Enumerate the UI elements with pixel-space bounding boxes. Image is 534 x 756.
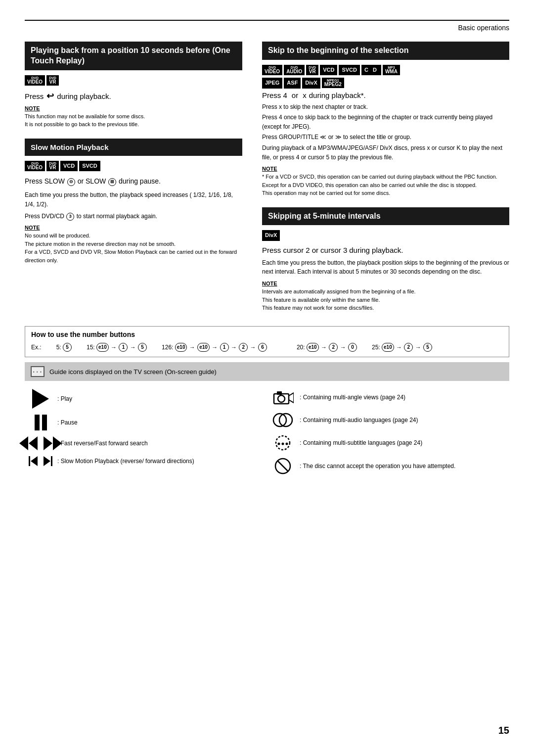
badge-mpeg-skip: MPEG1MPEG2 bbox=[322, 78, 344, 88]
play-icon-row: : Play bbox=[25, 386, 267, 412]
replay-section: Playing back from a position 10 seconds … bbox=[25, 42, 242, 129]
subtitle-label: : Containing multi-subtitle languages (p… bbox=[300, 439, 422, 447]
example-5: 5: 5 bbox=[56, 342, 72, 353]
skip-desc-3: Press GROUP/TITLE ≪ or ≫ to select the t… bbox=[262, 133, 509, 142]
subtitle-icon-shape bbox=[272, 434, 294, 451]
num-5-c: 5 bbox=[423, 343, 432, 352]
slow-icon-shape bbox=[30, 456, 51, 466]
slow-note-title: NOTE bbox=[25, 225, 242, 231]
replay-symbol: ↩ bbox=[46, 91, 54, 101]
basic-operations-title: Basic operations bbox=[25, 24, 509, 32]
camera-svg bbox=[272, 389, 294, 406]
replay-note-title: NOTE bbox=[25, 105, 242, 111]
badge-dvd-video-skip: DVDVIDEO bbox=[262, 65, 282, 75]
badge-dvd-vr-skip: DVDVR bbox=[306, 65, 318, 75]
example-15: 15: e10 → 1 → 5 bbox=[87, 342, 147, 353]
tv-dots: ▪ ▪ ▪ bbox=[33, 370, 42, 374]
slow-body2: Press DVD/CD 3 to start normal playback … bbox=[25, 212, 242, 221]
skip-desc-1: Press x to skip the next chapter or trac… bbox=[262, 102, 509, 112]
slow-or-text: or SLOW bbox=[78, 177, 108, 185]
icons-grid: : Play : Pause bbox=[25, 386, 509, 478]
camera-label: : Containing multi-angle views (page 24) bbox=[300, 393, 405, 402]
main-content: Playing back from a position 10 seconds … bbox=[25, 42, 509, 316]
pause-bars bbox=[35, 415, 47, 430]
slow-circle-3: 3 bbox=[66, 213, 74, 221]
badge-svcd-skip: SVCD bbox=[339, 65, 360, 75]
num-0-a: 0 bbox=[348, 343, 357, 352]
five-min-section: Skipping at 5-minute intervals DivX Pres… bbox=[262, 207, 509, 312]
slow-press-text: Press SLOW bbox=[25, 177, 67, 185]
skip-press-text: Press 4 bbox=[262, 91, 287, 99]
number-examples: Ex.: 5: 5 15: e10 → 1 → 5 126: e10 → e10… bbox=[31, 342, 503, 353]
header-line bbox=[25, 20, 509, 21]
replay-badges: DVDVIDEO DVDVR bbox=[25, 75, 242, 86]
slow-rev bbox=[29, 456, 38, 466]
num-10-a: e10 bbox=[96, 343, 109, 352]
pause-bar-1 bbox=[35, 415, 40, 430]
subtitle-svg bbox=[273, 434, 293, 451]
slow-press-line: Press SLOW ⊝ or SLOW ⊞ during pause. bbox=[25, 176, 242, 187]
slow-note: NOTE No sound will be produced. The pict… bbox=[25, 225, 242, 264]
slow-label: : Slow Motion Playback (reverse/ forward… bbox=[57, 457, 194, 466]
skip-press-line: Press 4 or x during playback*. bbox=[262, 91, 509, 99]
num-2-c: 2 bbox=[404, 343, 413, 352]
skip-note-3: This operation may not be carried out fo… bbox=[262, 189, 509, 197]
slow-tri-right bbox=[44, 456, 50, 466]
no-entry-svg bbox=[274, 457, 292, 475]
badge-vcd-skip: VCD bbox=[320, 65, 337, 75]
page-number: 15 bbox=[498, 725, 509, 736]
audio-circles-svg bbox=[272, 412, 294, 428]
badge-jpeg-skip: JPEG bbox=[262, 78, 282, 88]
num-1-a: 1 bbox=[119, 343, 128, 352]
audio-label: : Containing multi-audio languages (page… bbox=[300, 416, 418, 425]
svg-rect-2 bbox=[277, 391, 282, 395]
skip-desc-4: During playback of a MP3/WMA/JPEG/ASF/ D… bbox=[262, 143, 509, 162]
badge-asf-skip: ASF bbox=[284, 78, 301, 88]
slow-rev-fwd-icons bbox=[29, 456, 52, 466]
skip-note-2: Except for a DVD VIDEO, this operation c… bbox=[262, 181, 509, 189]
fast-rev-fwd-icons bbox=[19, 436, 62, 450]
replay-note-line1: This function may not be available for s… bbox=[25, 112, 242, 121]
badge-dvd-vr: DVDVR bbox=[46, 75, 59, 86]
num-6-b: 6 bbox=[258, 343, 267, 352]
no-entry-icon-shape bbox=[272, 457, 294, 475]
slow-fwd bbox=[44, 456, 52, 466]
slow-during-text: during pause. bbox=[119, 177, 161, 185]
svg-point-7 bbox=[278, 443, 280, 445]
five-min-note: NOTE Intervals are automatically assigne… bbox=[262, 281, 509, 312]
audio-icon-row: : Containing multi-audio languages (page… bbox=[267, 409, 509, 431]
pause-icon-row: : Pause bbox=[25, 412, 267, 433]
five-min-during-text: during playback. bbox=[349, 246, 403, 254]
guide-icons-label: Guide icons displayed on the TV screen (… bbox=[49, 368, 217, 376]
five-min-press-line: Press cursor 2 or cursor 3 during playba… bbox=[262, 246, 509, 254]
tri-left-1 bbox=[19, 436, 28, 450]
number-buttons-section: How to use the number buttons Ex.: 5: 5 … bbox=[25, 326, 509, 358]
skip-header: Skip to the beginning of the selection bbox=[262, 42, 509, 60]
num-1-b: 1 bbox=[220, 343, 229, 352]
replay-note-line2: It is not possible to go back to the pre… bbox=[25, 120, 242, 129]
skip-note: NOTE * For a VCD or SVCD, this operation… bbox=[262, 166, 509, 197]
num-5: 5 bbox=[63, 343, 72, 352]
slow-vert-bar-2 bbox=[51, 456, 52, 466]
skip-during-text: during playback*. bbox=[309, 91, 366, 99]
slow-minus-circle: ⊝ bbox=[67, 178, 75, 186]
subtitle-icon-row: : Containing multi-subtitle languages (p… bbox=[267, 431, 509, 454]
badge-mp3-wma-skip: MP3WMA bbox=[383, 65, 400, 75]
pause-label: : Pause bbox=[57, 419, 78, 427]
tv-icon: ▪ ▪ ▪ bbox=[31, 366, 44, 377]
camera-icon-row: : Containing multi-angle views (page 24) bbox=[267, 386, 509, 409]
five-min-header: Skipping at 5-minute intervals bbox=[262, 207, 509, 226]
replay-press-line: Press ↩ during playback. bbox=[25, 91, 242, 101]
skip-note-1: * For a VCD or SVCD, this operation can … bbox=[262, 173, 509, 181]
pause-bar-2 bbox=[42, 415, 47, 430]
pause-icon-shape bbox=[30, 415, 51, 430]
svg-point-8 bbox=[282, 443, 284, 445]
five-min-note-1: Intervals are automatically assigned fro… bbox=[262, 287, 509, 296]
ex-label: Ex.: bbox=[31, 342, 42, 353]
icons-right: : Containing multi-angle views (page 24)… bbox=[267, 386, 509, 478]
replay-header: Playing back from a position 10 seconds … bbox=[25, 42, 242, 70]
five-min-or-text: or bbox=[312, 246, 318, 254]
slow-motion-section: Slow Motion Playback DVDVIDEO DVDVR VCD … bbox=[25, 139, 242, 265]
five-min-body: Each time you press the button, the play… bbox=[262, 258, 509, 277]
slow-note-2: The picture motion in the reverse direct… bbox=[25, 240, 242, 248]
